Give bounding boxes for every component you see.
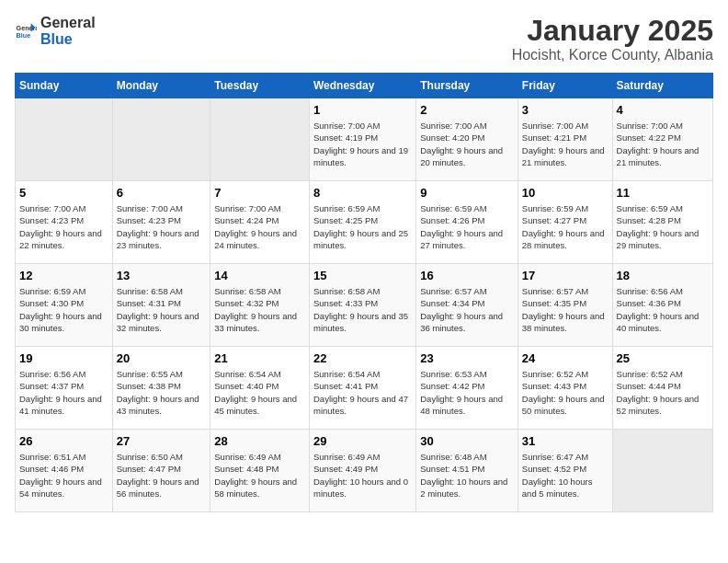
weekday-header: Friday [518, 74, 612, 98]
day-info: Sunrise: 6:55 AMSunset: 4:38 PMDaylight:… [117, 368, 207, 417]
logo: General Blue General Blue [15, 15, 96, 48]
calendar-cell: 10Sunrise: 6:59 AMSunset: 4:27 PMDayligh… [518, 181, 612, 264]
day-info: Sunrise: 6:56 AMSunset: 4:37 PMDaylight:… [19, 368, 108, 417]
logo-icon: General Blue [15, 20, 37, 42]
calendar-cell [210, 98, 310, 181]
calendar-cell [612, 430, 712, 512]
day-info: Sunrise: 6:59 AMSunset: 4:30 PMDaylight:… [19, 285, 108, 334]
day-info: Sunrise: 6:50 AMSunset: 4:47 PMDaylight:… [117, 451, 207, 500]
calendar-cell: 5Sunrise: 7:00 AMSunset: 4:23 PMDaylight… [16, 181, 113, 264]
calendar-cell: 26Sunrise: 6:51 AMSunset: 4:46 PMDayligh… [16, 430, 113, 512]
calendar-cell: 20Sunrise: 6:55 AMSunset: 4:38 PMDayligh… [112, 347, 210, 430]
calendar-cell: 6Sunrise: 7:00 AMSunset: 4:23 PMDaylight… [112, 181, 210, 264]
day-number: 3 [522, 103, 609, 117]
day-number: 23 [420, 351, 514, 365]
calendar-cell: 19Sunrise: 6:56 AMSunset: 4:37 PMDayligh… [16, 347, 113, 430]
day-number: 13 [117, 269, 207, 282]
day-number: 6 [117, 186, 207, 200]
day-number: 29 [313, 434, 412, 448]
day-info: Sunrise: 7:00 AMSunset: 4:19 PMDaylight:… [313, 120, 412, 168]
day-info: Sunrise: 6:54 AMSunset: 4:41 PMDaylight:… [313, 368, 412, 417]
weekday-header: Tuesday [210, 74, 310, 98]
day-number: 7 [214, 186, 305, 200]
day-info: Sunrise: 6:56 AMSunset: 4:36 PMDaylight:… [617, 285, 709, 334]
day-number: 2 [420, 103, 514, 117]
day-info: Sunrise: 6:58 AMSunset: 4:32 PMDaylight:… [214, 285, 305, 334]
calendar-cell: 9Sunrise: 6:59 AMSunset: 4:26 PMDaylight… [416, 181, 518, 264]
calendar-cell: 14Sunrise: 6:58 AMSunset: 4:32 PMDayligh… [210, 264, 310, 347]
weekday-header: Saturday [612, 74, 712, 98]
day-info: Sunrise: 7:00 AMSunset: 4:24 PMDaylight:… [214, 202, 305, 251]
day-number: 17 [522, 269, 609, 282]
day-number: 11 [617, 186, 709, 200]
weekday-header: Thursday [416, 74, 518, 98]
day-number: 26 [19, 434, 108, 448]
calendar-cell: 30Sunrise: 6:48 AMSunset: 4:51 PMDayligh… [416, 430, 518, 512]
weekday-header: Sunday [16, 74, 113, 98]
calendar-week-row: 12Sunrise: 6:59 AMSunset: 4:30 PMDayligh… [16, 264, 713, 347]
day-number: 4 [617, 103, 709, 117]
calendar-header-row: SundayMondayTuesdayWednesdayThursdayFrid… [16, 74, 713, 98]
day-number: 21 [214, 351, 305, 365]
day-info: Sunrise: 7:00 AMSunset: 4:23 PMDaylight:… [117, 202, 207, 251]
day-info: Sunrise: 7:00 AMSunset: 4:23 PMDaylight:… [19, 202, 108, 251]
day-info: Sunrise: 6:59 AMSunset: 4:27 PMDaylight:… [522, 202, 609, 251]
calendar-table: SundayMondayTuesdayWednesdayThursdayFrid… [15, 73, 713, 512]
day-info: Sunrise: 6:57 AMSunset: 4:34 PMDaylight:… [420, 285, 514, 334]
calendar-cell: 3Sunrise: 7:00 AMSunset: 4:21 PMDaylight… [518, 98, 612, 181]
day-number: 9 [420, 186, 514, 200]
day-info: Sunrise: 6:57 AMSunset: 4:35 PMDaylight:… [522, 285, 609, 334]
day-info: Sunrise: 6:49 AMSunset: 4:49 PMDaylight:… [313, 451, 412, 500]
calendar-cell: 23Sunrise: 6:53 AMSunset: 4:42 PMDayligh… [416, 347, 518, 430]
day-number: 12 [19, 269, 108, 282]
day-info: Sunrise: 6:54 AMSunset: 4:40 PMDaylight:… [214, 368, 305, 417]
day-info: Sunrise: 6:58 AMSunset: 4:33 PMDaylight:… [313, 285, 412, 334]
day-number: 16 [420, 269, 514, 282]
day-info: Sunrise: 6:59 AMSunset: 4:26 PMDaylight:… [420, 202, 514, 251]
day-info: Sunrise: 6:59 AMSunset: 4:25 PMDaylight:… [313, 202, 412, 251]
day-number: 8 [313, 186, 412, 200]
logo-wordmark: General Blue [40, 15, 96, 48]
calendar-cell: 2Sunrise: 7:00 AMSunset: 4:20 PMDaylight… [416, 98, 518, 181]
calendar-cell: 28Sunrise: 6:49 AMSunset: 4:48 PMDayligh… [210, 430, 310, 512]
calendar-week-row: 5Sunrise: 7:00 AMSunset: 4:23 PMDaylight… [16, 181, 713, 264]
calendar-cell: 18Sunrise: 6:56 AMSunset: 4:36 PMDayligh… [612, 264, 712, 347]
day-number: 27 [117, 434, 207, 448]
calendar-cell: 15Sunrise: 6:58 AMSunset: 4:33 PMDayligh… [310, 264, 416, 347]
calendar-cell: 27Sunrise: 6:50 AMSunset: 4:47 PMDayligh… [112, 430, 210, 512]
calendar-cell: 8Sunrise: 6:59 AMSunset: 4:25 PMDaylight… [310, 181, 416, 264]
day-info: Sunrise: 6:51 AMSunset: 4:46 PMDaylight:… [19, 451, 108, 500]
day-info: Sunrise: 6:48 AMSunset: 4:51 PMDaylight:… [420, 451, 514, 500]
day-info: Sunrise: 7:00 AMSunset: 4:20 PMDaylight:… [420, 120, 514, 168]
calendar-cell: 1Sunrise: 7:00 AMSunset: 4:19 PMDaylight… [310, 98, 416, 181]
day-info: Sunrise: 6:52 AMSunset: 4:43 PMDaylight:… [522, 368, 609, 417]
day-number: 25 [617, 351, 709, 365]
day-number: 18 [617, 269, 709, 282]
calendar-cell: 12Sunrise: 6:59 AMSunset: 4:30 PMDayligh… [16, 264, 113, 347]
day-info: Sunrise: 7:00 AMSunset: 4:21 PMDaylight:… [522, 120, 609, 168]
calendar-cell: 21Sunrise: 6:54 AMSunset: 4:40 PMDayligh… [210, 347, 310, 430]
day-info: Sunrise: 7:00 AMSunset: 4:22 PMDaylight:… [617, 120, 709, 168]
calendar-title: January 2025 [512, 15, 713, 47]
calendar-cell: 7Sunrise: 7:00 AMSunset: 4:24 PMDaylight… [210, 181, 310, 264]
day-info: Sunrise: 6:59 AMSunset: 4:28 PMDaylight:… [617, 202, 709, 251]
day-info: Sunrise: 6:49 AMSunset: 4:48 PMDaylight:… [214, 451, 305, 500]
day-number: 20 [117, 351, 207, 365]
calendar-cell: 4Sunrise: 7:00 AMSunset: 4:22 PMDaylight… [612, 98, 712, 181]
weekday-header: Monday [112, 74, 210, 98]
day-number: 30 [420, 434, 514, 448]
calendar-week-row: 26Sunrise: 6:51 AMSunset: 4:46 PMDayligh… [16, 430, 713, 512]
weekday-header: Wednesday [310, 74, 416, 98]
day-number: 10 [522, 186, 609, 200]
day-number: 19 [19, 351, 108, 365]
day-number: 14 [214, 269, 305, 282]
header-area: General Blue General Blue January 2025 H… [15, 15, 713, 63]
calendar-cell: 25Sunrise: 6:52 AMSunset: 4:44 PMDayligh… [612, 347, 712, 430]
calendar-cell: 31Sunrise: 6:47 AMSunset: 4:52 PMDayligh… [518, 430, 612, 512]
calendar-cell [16, 98, 113, 181]
calendar-cell: 13Sunrise: 6:58 AMSunset: 4:31 PMDayligh… [112, 264, 210, 347]
calendar-cell: 17Sunrise: 6:57 AMSunset: 4:35 PMDayligh… [518, 264, 612, 347]
day-info: Sunrise: 6:47 AMSunset: 4:52 PMDaylight:… [522, 451, 609, 500]
day-number: 28 [214, 434, 305, 448]
calendar-cell: 16Sunrise: 6:57 AMSunset: 4:34 PMDayligh… [416, 264, 518, 347]
